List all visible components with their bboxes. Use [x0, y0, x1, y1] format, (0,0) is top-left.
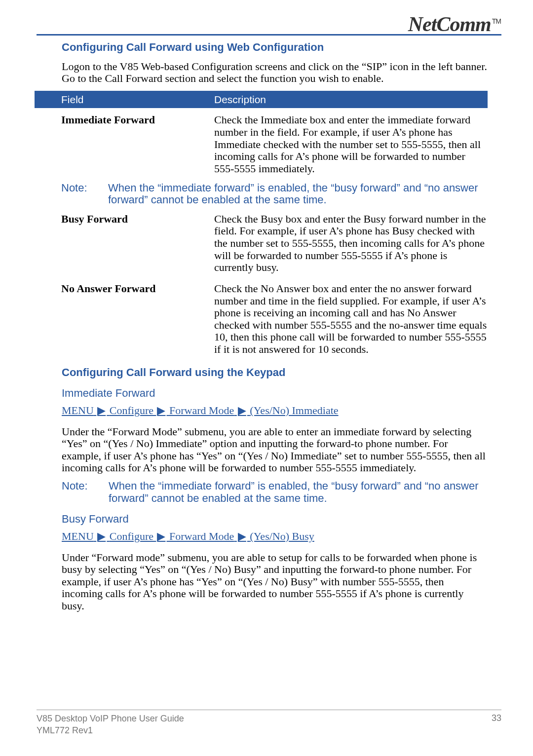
busy-body: Under “Forward mode” submenu, you are ab… [62, 552, 488, 612]
th-field: Field [35, 91, 214, 109]
note-label: Note: [62, 480, 109, 504]
menu-step: Forward Mode [169, 530, 234, 542]
menu-step: MENU [62, 530, 94, 542]
section-heading-web: Configuring Call Forward using Web Confi… [62, 41, 488, 54]
note-text: When the “immediate forward” is enabled,… [108, 182, 488, 206]
menu-path-immediate: MENU ▶ Configure ▶ Forward Mode ▶ (Yes/N… [62, 405, 339, 417]
footer-rev: YML772 Rev1 [37, 725, 184, 736]
footer-rule [37, 710, 501, 710]
table-row: Immediate Forward Check the Immediate bo… [61, 114, 488, 175]
menu-step: Forward Mode [169, 404, 234, 416]
field-immediate: Immediate Forward [61, 114, 214, 175]
immediate-body: Under the “Forward Mode” submenu, you ar… [62, 426, 488, 475]
keypad-note: Note: When the “immediate forward” is en… [62, 480, 488, 504]
menu-step: (Yes/No) Busy [250, 530, 314, 542]
arrow-icon: ▶ [97, 530, 106, 542]
note-label: Note: [61, 182, 108, 206]
page-number: 33 [492, 713, 501, 736]
arrow-icon: ▶ [157, 404, 165, 416]
subheading-busy: Busy Forward [62, 513, 488, 526]
header-rule [37, 34, 501, 36]
table-row: Busy Forward Check the Busy box and ente… [61, 213, 488, 274]
arrow-icon: ▶ [97, 404, 106, 416]
forward-table: Field Description Immediate Forward Chec… [35, 91, 488, 356]
section-heading-keypad: Configuring Call Forward using the Keypa… [62, 367, 488, 379]
table-row: No Answer Forward Check the No Answer bo… [61, 283, 488, 356]
arrow-icon: ▶ [238, 404, 246, 416]
desc-busy: Check the Busy box and enter the Busy fo… [214, 213, 488, 274]
th-description: Description [214, 91, 488, 109]
menu-step: Configure [110, 530, 153, 542]
arrow-icon: ▶ [238, 530, 246, 542]
table-note: Note: When the “immediate forward” is en… [61, 182, 488, 206]
menu-step: MENU [62, 404, 94, 416]
field-busy: Busy Forward [61, 213, 214, 274]
page-content: Configuring Call Forward using Web Confi… [62, 39, 488, 618]
desc-immediate: Check the Immediate box and enter the im… [214, 114, 488, 175]
footer-left: V85 Desktop VoIP Phone User Guide YML772… [37, 713, 184, 736]
menu-path-busy: MENU ▶ Configure ▶ Forward Mode ▶ (Yes/N… [62, 530, 314, 543]
field-noanswer: No Answer Forward [61, 283, 214, 356]
trademark: TM [492, 17, 501, 25]
page-footer: V85 Desktop VoIP Phone User Guide YML772… [37, 710, 501, 736]
table-header-row: Field Description [35, 91, 488, 109]
menu-step: (Yes/No) Immediate [250, 404, 338, 416]
brand-logo: NetCommTM [408, 12, 501, 36]
brand-name: NetComm [408, 13, 491, 36]
web-intro-paragraph: Logon to the V85 Web-based Configuration… [62, 61, 488, 85]
arrow-icon: ▶ [157, 530, 165, 542]
note-text: When the “immediate forward” is enabled,… [109, 480, 488, 504]
footer-title: V85 Desktop VoIP Phone User Guide [37, 713, 184, 724]
menu-step: Configure [110, 404, 153, 416]
subheading-immediate: Immediate Forward [62, 387, 488, 400]
desc-noanswer: Check the No Answer box and enter the no… [214, 283, 488, 356]
